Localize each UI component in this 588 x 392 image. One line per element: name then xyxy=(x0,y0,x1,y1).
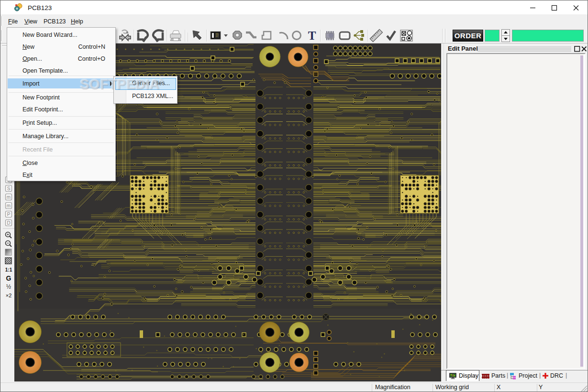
svg-text:m: m xyxy=(7,203,11,208)
svg-text:G: G xyxy=(6,274,11,282)
svg-text:D: D xyxy=(7,220,10,226)
svg-text:T: T xyxy=(308,29,316,42)
svg-text:1:1: 1:1 xyxy=(5,267,12,272)
svg-text:S: S xyxy=(7,186,11,191)
svg-text:m: m xyxy=(7,195,11,200)
svg-text:×2: ×2 xyxy=(6,293,12,298)
svg-text:½: ½ xyxy=(6,283,11,290)
svg-text:P: P xyxy=(7,212,11,217)
